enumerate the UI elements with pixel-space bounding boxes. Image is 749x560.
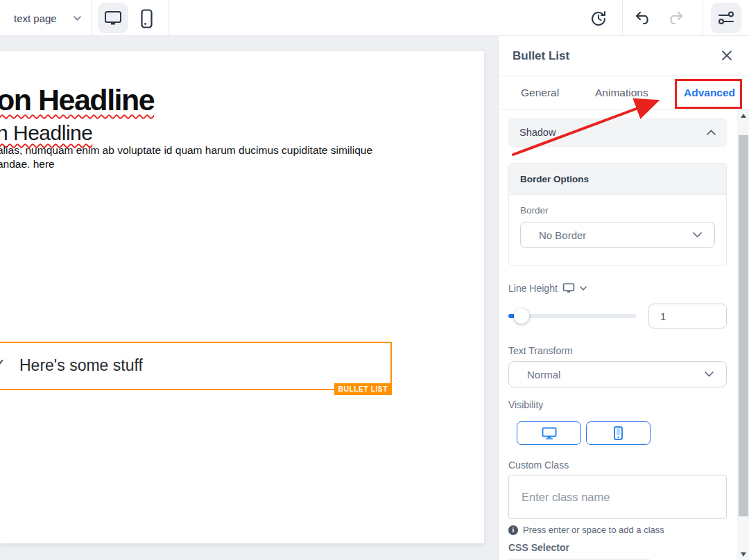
- slider-thumb[interactable]: [514, 308, 529, 324]
- editor-canvas[interactable]: on Headline n Headline alias, numquam en…: [0, 51, 484, 543]
- border-options-card: Border Options Border No Border: [508, 163, 727, 266]
- panel-header: Bullet List: [499, 36, 749, 76]
- desktop-view-button[interactable]: [98, 3, 128, 33]
- visibility-label: Visibility: [508, 399, 727, 410]
- panel-body: Shadow Border Options Border No Border: [499, 110, 738, 560]
- redo-button[interactable]: [664, 7, 686, 29]
- info-icon: i: [508, 525, 518, 535]
- chevron-down-icon: [705, 371, 714, 377]
- border-select[interactable]: No Border: [520, 222, 715, 248]
- top-toolbar: text page: [0, 0, 749, 36]
- shadow-section-label: Shadow: [519, 127, 556, 138]
- close-icon: [721, 50, 732, 61]
- tab-animations[interactable]: Animations: [595, 76, 648, 110]
- visibility-buttons: [517, 421, 727, 445]
- bullet-item-text[interactable]: Here's some stuff: [19, 356, 143, 375]
- check-bullet-icon: ✓: [0, 356, 6, 371]
- undo-button[interactable]: [632, 7, 655, 29]
- hint-text: Press enter or space to add a class: [523, 525, 664, 535]
- text-transform-value: Normal: [527, 369, 560, 380]
- chevron-down-icon[interactable]: [580, 286, 587, 290]
- redo-icon: [666, 10, 684, 26]
- scroll-down-arrow[interactable]: [737, 548, 749, 560]
- border-select-value: No Border: [539, 229, 586, 241]
- line-height-slider[interactable]: [508, 304, 637, 329]
- visibility-mobile-button[interactable]: [586, 421, 651, 445]
- close-panel-button[interactable]: [718, 47, 735, 64]
- mobile-view-button[interactable]: [133, 6, 160, 32]
- line-height-control-row: [508, 304, 727, 329]
- panel-scrollbar[interactable]: [737, 110, 749, 560]
- tab-advanced[interactable]: Advanced: [684, 76, 735, 110]
- text-transform-select[interactable]: Normal: [508, 361, 727, 387]
- custom-class-label: Custom Class: [508, 460, 727, 471]
- bullet-list-selection[interactable]: ✓ Here's some stuff BULLET LIST: [0, 342, 392, 390]
- border-options-title: Border Options: [520, 174, 589, 184]
- toolbar-divider: [703, 0, 703, 36]
- line-height-row: Line Height: [508, 283, 727, 294]
- paragraph-line: andae. here: [0, 157, 372, 171]
- border-options-body: Border No Border: [509, 195, 726, 265]
- scroll-up-arrow[interactable]: [737, 110, 749, 121]
- active-tab-underline: [680, 107, 734, 109]
- desktop-icon: [542, 427, 557, 440]
- device-desktop-icon[interactable]: [562, 283, 575, 294]
- visibility-desktop-button[interactable]: [517, 421, 581, 445]
- line-height-input[interactable]: [648, 304, 727, 329]
- chevron-down-icon: [74, 16, 81, 21]
- settings-sliders-icon: [717, 10, 735, 26]
- tab-general[interactable]: General: [521, 76, 559, 110]
- border-label: Border: [520, 205, 715, 216]
- chevron-down-icon: [693, 232, 702, 238]
- mobile-icon: [614, 426, 623, 440]
- settings-panel: Bullet List General Animations Advanced …: [498, 36, 749, 560]
- undo-icon: [635, 10, 653, 26]
- toolbar-divider: [622, 0, 623, 36]
- chevron-up-icon: [707, 130, 716, 135]
- canvas-subheadline[interactable]: n Headline: [0, 121, 92, 145]
- scrollbar-thumb[interactable]: [739, 135, 748, 516]
- settings-button[interactable]: [711, 3, 741, 33]
- page-selector-dropdown[interactable]: text page: [0, 0, 91, 36]
- toolbar-divider: [169, 0, 169, 36]
- line-height-label: Line Height: [508, 283, 558, 294]
- toolbar-divider: [91, 0, 92, 36]
- canvas-headline[interactable]: on Headline: [0, 83, 154, 117]
- history-button[interactable]: [586, 6, 611, 31]
- custom-class-hint: i Press enter or space to add a class: [508, 525, 727, 535]
- panel-tabs: General Animations Advanced: [499, 76, 749, 110]
- page-selector-label: text page: [14, 12, 57, 24]
- history-clock-icon: [590, 10, 607, 27]
- panel-title: Bullet List: [513, 49, 569, 63]
- css-selector-label: CSS Selector: [508, 542, 727, 553]
- text-transform-label: Text Transform: [508, 345, 727, 356]
- mobile-icon: [141, 9, 153, 28]
- shadow-section-toggle[interactable]: Shadow: [508, 118, 727, 147]
- border-options-header: Border Options: [509, 164, 726, 195]
- paragraph-line: alias, numquam enim ab voluptate id quam…: [0, 143, 372, 157]
- desktop-icon: [104, 10, 122, 26]
- workspace: on Headline n Headline alias, numquam en…: [0, 36, 749, 560]
- selection-type-badge: BULLET LIST: [334, 383, 392, 395]
- custom-class-input[interactable]: [508, 475, 727, 519]
- canvas-paragraph[interactable]: alias, numquam enim ab voluptate id quam…: [0, 143, 372, 171]
